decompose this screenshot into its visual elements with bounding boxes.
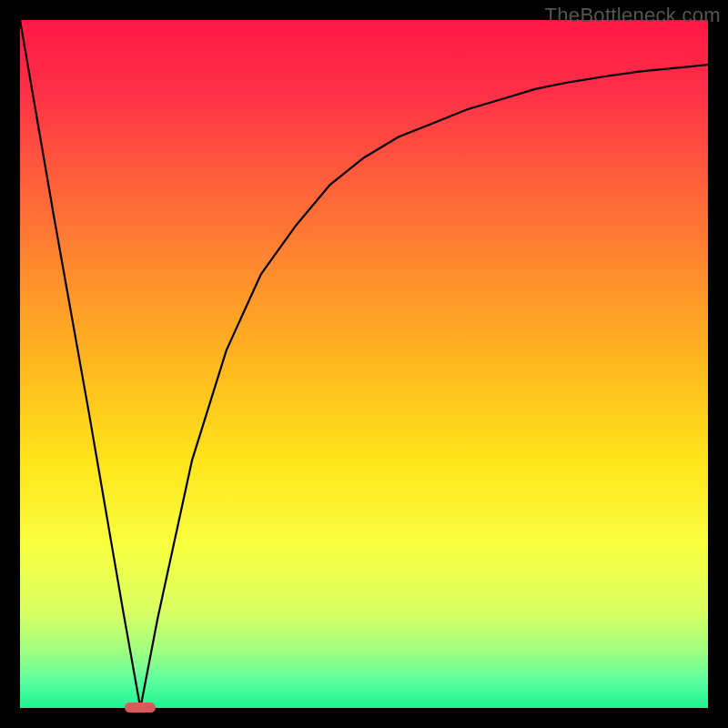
min-marker xyxy=(125,703,156,713)
chart-plot-area xyxy=(20,20,708,708)
chart-frame: TheBottleneck.com xyxy=(0,0,728,728)
watermark-text: TheBottleneck.com xyxy=(545,4,721,27)
curve-path xyxy=(20,20,708,708)
bottleneck-curve xyxy=(20,20,708,708)
